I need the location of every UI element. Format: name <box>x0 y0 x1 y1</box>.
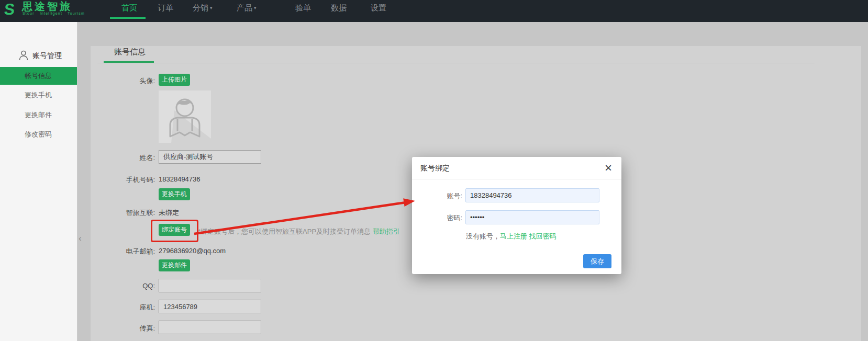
email-label: 电子邮箱: <box>95 247 155 256</box>
avatar-placeholder-icon <box>159 90 211 143</box>
email-value: 2796836920@qq.com <box>159 247 226 255</box>
chevron-down-icon: ▾ <box>210 0 213 16</box>
sidebar-item-account-info-label[interactable]: 帐号信息 <box>25 67 52 85</box>
modal-account-label: 账号: <box>420 191 462 201</box>
sidebar-item-change-email[interactable]: 更换邮件 <box>25 110 52 120</box>
bind-note-text: *绑定账号后，您可以使用智旅互联APP及时接受订单消息 <box>198 228 371 235</box>
close-icon[interactable]: × <box>602 160 615 176</box>
avatar-label: 头像: <box>95 76 155 86</box>
modal-links-row: 没有账号，马上注册 找回密码 <box>466 232 557 241</box>
sidebar-item-change-password[interactable]: 修改密码 <box>25 129 52 140</box>
zhilv-status: 未绑定 <box>159 208 179 218</box>
no-account-text: 没有账号， <box>466 232 500 240</box>
bind-account-button[interactable]: 绑定账号 <box>159 224 190 236</box>
modal-header-divider <box>412 179 621 179</box>
qq-input[interactable] <box>159 279 261 292</box>
nav-item-home[interactable]: 首页 <box>121 0 137 16</box>
modal-title: 账号绑定 <box>420 157 450 179</box>
modal-password-input[interactable] <box>465 210 599 224</box>
active-tab-underline <box>110 17 146 19</box>
account-bind-modal: 账号绑定 × 账号: 密码: 没有账号，马上注册 找回密码 保存 <box>412 157 621 274</box>
nav-item-distribution[interactable]: 分销 <box>193 0 208 16</box>
phone-label: 手机号码: <box>95 175 155 185</box>
change-phone-button[interactable]: 更换手机 <box>159 188 190 200</box>
nav-item-verify[interactable]: 验单 <box>295 0 311 16</box>
modal-password-label: 密码: <box>420 213 462 223</box>
avatar <box>159 90 211 143</box>
sidebar-item-change-phone[interactable]: 更换手机 <box>25 90 52 100</box>
modal-account-input[interactable] <box>465 188 599 202</box>
name-input[interactable] <box>159 150 261 164</box>
chevron-down-icon: ▾ <box>254 0 257 16</box>
brand-tagline: Stour Intelligent Tourism <box>23 12 85 15</box>
tab-active-underline <box>104 61 154 63</box>
nav-item-data[interactable]: 数据 <box>331 0 347 16</box>
landline-label: 座机: <box>95 303 155 312</box>
user-icon <box>19 50 28 61</box>
brand-logo-icon: S <box>3 1 16 18</box>
upload-image-button[interactable]: 上传图片 <box>159 74 190 86</box>
landline-input[interactable] <box>159 300 261 313</box>
nav-item-settings[interactable]: 设置 <box>371 0 386 16</box>
name-label: 姓名: <box>95 153 155 163</box>
page: S 思途智旅 Stour Intelligent Tourism 首页 订单 分… <box>0 0 868 341</box>
sidebar-header-account-management: 账号管理 <box>32 51 62 61</box>
bind-note: *绑定账号后，您可以使用智旅互联APP及时接受订单消息 帮助指引 <box>198 227 400 236</box>
qq-label: QQ: <box>95 282 155 290</box>
save-button[interactable]: 保存 <box>583 254 611 268</box>
nav-item-products[interactable]: 产品 <box>237 0 252 16</box>
nav-item-orders[interactable]: 订单 <box>158 0 173 16</box>
sidebar-collapse-handle[interactable]: ‹ <box>76 230 84 247</box>
tab-account-info[interactable]: 账号信息 <box>114 47 146 57</box>
zhilv-label: 智旅互联: <box>95 208 155 218</box>
sidebar: 账号管理 帐号信息 更换手机 更换邮件 修改密码 <box>0 22 77 341</box>
change-email-button[interactable]: 更换邮件 <box>159 259 190 271</box>
top-navbar: S 思途智旅 Stour Intelligent Tourism 首页 订单 分… <box>0 0 868 22</box>
phone-value: 18328494736 <box>159 175 201 183</box>
register-link[interactable]: 马上注册 <box>500 232 527 240</box>
fax-label: 传真: <box>95 324 155 333</box>
tab-divider <box>97 63 815 63</box>
recover-password-link[interactable]: 找回密码 <box>529 232 557 240</box>
help-guide-link[interactable]: 帮助指引 <box>373 228 400 235</box>
fax-input[interactable] <box>159 321 261 334</box>
